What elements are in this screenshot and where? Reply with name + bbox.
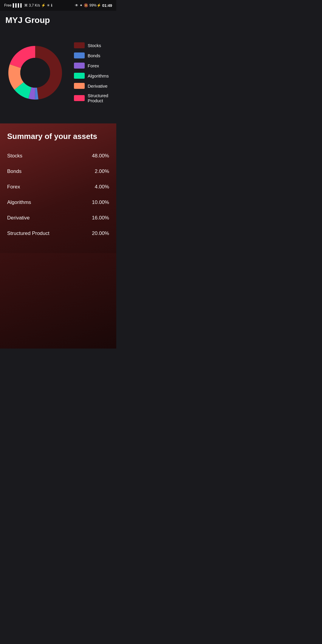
summary-section: Summary of your assets Stocks48.00%Bonds… [0,123,116,253]
asset-row: Bonds2.00% [7,164,109,179]
legend-item: Stocks [74,42,111,48]
asset-row: Derivative16.00% [7,210,109,226]
legend-label: Bonds [88,53,100,58]
legend-item: Forex [74,63,111,69]
app-title: MYJ Group [5,16,111,25]
legend-color-box [74,83,85,89]
asset-row: Stocks48.00% [7,148,109,164]
usb-icon: ⚡ [41,3,46,7]
carrier-label: Free [4,3,12,7]
app-header: MYJ Group [0,11,116,28]
legend-label: Forex [88,63,99,68]
legend-color-box [74,95,85,101]
asset-value-label: 2.00% [95,168,109,174]
asset-row: Forex4.00% [7,179,109,195]
asset-value-label: 20.00% [92,230,109,236]
status-left: Free ▌▌▌▌ ⌘ 3,7 K/s ⚡ ✳ ℹ [4,3,52,7]
legend-label: Algorithms [88,73,109,78]
signal-icon: ▌▌▌▌ [13,3,23,7]
bottom-space [0,253,116,349]
legend-item: Structured Product [74,93,111,103]
legend-item: Derivative [74,83,111,89]
summary-title: Summary of your assets [7,132,109,141]
legend-color-box [74,42,85,48]
asset-row: Algorithms10.00% [7,195,109,210]
battery-label: 99%⚡ [89,3,101,7]
chart-legend: StocksBondsForexAlgorithmsDerivativeStru… [74,42,111,103]
donut-svg [5,43,65,103]
asset-row: Structured Product20.00% [7,226,109,241]
legend-label: Structured Product [88,93,111,103]
time-label: 01:49 [102,3,112,8]
eye-icon: 👁 [75,3,78,7]
asset-name-label: Algorithms [7,199,31,205]
legend-item: Algorithms [74,73,111,79]
asset-value-label: 4.00% [95,184,109,190]
legend-color-box [74,73,85,79]
legend-color-box [74,63,85,69]
asset-rows: Stocks48.00%Bonds2.00%Forex4.00%Algorith… [7,148,109,241]
status-right: 👁 ✦ 🔕 99%⚡ 01:49 [75,3,112,8]
asset-name-label: Derivative [7,215,30,221]
donut-hole [20,58,50,88]
bell-icon: 🔕 [84,3,88,7]
status-bar: Free ▌▌▌▌ ⌘ 3,7 K/s ⚡ ✳ ℹ 👁 ✦ 🔕 99%⚡ 01:… [0,0,116,11]
wifi-icon: ⌘ [24,3,28,7]
info-icon: ℹ [51,3,52,7]
legend-label: Stocks [88,43,101,48]
asset-name-label: Forex [7,184,20,190]
asset-value-label: 48.00% [92,153,109,159]
donut-chart [5,43,65,103]
legend-label: Derivative [88,83,108,89]
nfc-icon: ✳ [47,3,50,7]
legend-item: Bonds [74,52,111,58]
legend-color-box [74,52,85,58]
asset-value-label: 10.00% [92,199,109,205]
speed-label: 3,7 K/s [29,3,40,7]
bluetooth-icon: ✦ [80,3,83,7]
chart-section: StocksBondsForexAlgorithmsDerivativeStru… [0,28,116,123]
asset-value-label: 16.00% [92,215,109,221]
asset-name-label: Structured Product [7,230,49,236]
asset-name-label: Stocks [7,153,22,159]
asset-name-label: Bonds [7,168,21,174]
